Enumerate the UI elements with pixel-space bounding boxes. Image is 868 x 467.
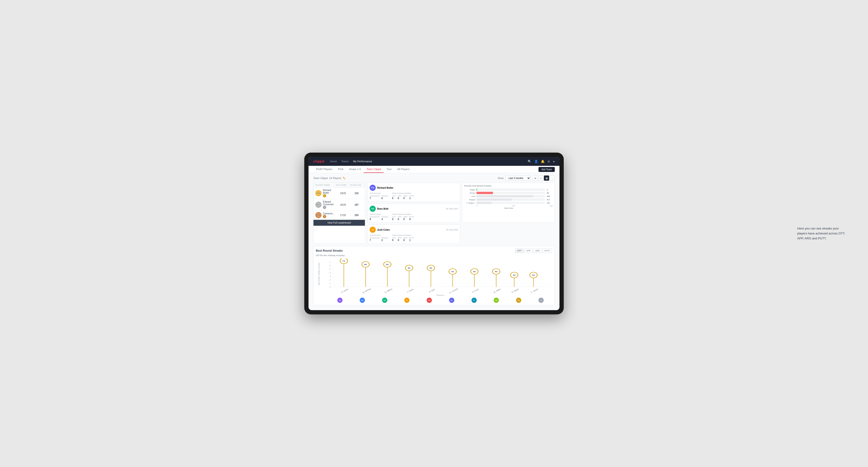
avatar-icon[interactable]: ●	[553, 160, 555, 163]
x-label-1: 200	[512, 205, 515, 207]
svg-text:6x: 6x	[386, 263, 389, 266]
bar-fill-2	[476, 195, 533, 197]
rounds-group-rees: Total Rounds Tournament 8 Practice 4	[370, 213, 388, 220]
card-view-button[interactable]: ▦	[544, 176, 549, 181]
pa-group-rees: Total Practice Activities OTT 0 APP 0	[392, 213, 414, 220]
player-avatar-6: DF	[471, 298, 477, 303]
period-select[interactable]: Last 3 months Last 6 months Last 12 mont…	[505, 176, 531, 181]
search-icon[interactable]: 🔍	[528, 160, 531, 163]
bar-value-0: 3	[547, 189, 553, 191]
streaks-tabs: OTT APP ARG PUTT	[515, 249, 552, 253]
bell-icon[interactable]: 🔔	[541, 160, 545, 163]
ott-v-rees: 0	[392, 218, 396, 220]
table-row[interactable]: CM Cameron... 3 17/20 103	[313, 211, 365, 220]
tab-pgat-players[interactable]: PGAT Players	[313, 166, 335, 173]
bar-row-2: Pars 499	[464, 195, 553, 197]
tab-hcaps[interactable]: Hcaps 1-5	[346, 166, 364, 173]
rank-badge-2: 2	[323, 206, 326, 209]
arg-v-josh: 0	[403, 239, 407, 242]
arg-l-josh: ARG	[403, 237, 407, 239]
tab-tour[interactable]: Tour	[384, 166, 394, 173]
avatar-richard: RB	[315, 190, 321, 196]
total-rounds-label-0: Total Rounds	[370, 192, 388, 194]
card-header-josh: JC Josh Coles 26 Aug 2023	[370, 227, 458, 233]
table-row[interactable]: RB Richard Butler 1 19/20 110	[313, 187, 365, 199]
rank-badge-3: 3	[323, 215, 326, 218]
card-avatar-josh: JC	[370, 227, 376, 233]
app-l-josh: APP	[398, 237, 401, 239]
add-team-button[interactable]: Add Team	[538, 167, 555, 172]
bar-row-3: Bogeys 311	[464, 198, 553, 201]
tournament-josh: Tournament 7	[370, 237, 379, 242]
main-content: Team Clippd 14 Players ✏️ Show Last 3 mo…	[309, 173, 559, 310]
arg-l-rees: ARG	[403, 216, 407, 218]
tab-pga[interactable]: PGA	[335, 166, 346, 173]
avatar-col-8: RB	[507, 298, 530, 303]
detail-view-button[interactable]: ↓	[550, 176, 555, 181]
tab-all-players[interactable]: All Players	[395, 166, 412, 173]
putt-l-josh: PUTT	[409, 237, 414, 239]
player-avatar-9: CQ	[538, 298, 544, 303]
arg-josh: ARG 0	[403, 237, 407, 242]
rounds-sub-josh: Tournament 7 Practice 2	[370, 237, 388, 242]
bar-label-4: D. Bogeys +	[464, 202, 475, 204]
svg-text:4: 4	[330, 272, 331, 274]
svg-text:5x: 5x	[430, 267, 433, 269]
edit-icon[interactable]: ✏️	[343, 177, 346, 180]
table-row[interactable]: EC Edward Crossman 2 18/20 107	[313, 199, 365, 211]
card-name-rees: RB Rees Britt	[370, 206, 388, 212]
avatar-col-7: MM	[485, 298, 507, 303]
card-player-name-0: Richard Butler	[377, 187, 394, 189]
avatar-col-9: CQ	[530, 298, 552, 303]
total-rounds-label-rees: Total Rounds	[370, 213, 388, 215]
svg-text:0: 0	[330, 286, 331, 288]
avatar-col-3: JC	[396, 298, 418, 303]
svg-text:E. Ebert: E. Ebert	[341, 288, 349, 293]
grid-view-button[interactable]: ⊞	[533, 176, 538, 181]
player-avatar-3: JC	[404, 298, 409, 303]
list-view-button[interactable]: ≡	[538, 176, 544, 181]
nav-teams[interactable]: Teams	[341, 160, 349, 163]
svg-text:1: 1	[330, 283, 331, 284]
card-date-rees: 02 Sep 2023	[446, 208, 458, 210]
stats-row-0: Total Rounds Tournament 7 Practice 6	[370, 192, 458, 199]
tab-team-clippd[interactable]: Team Clippd	[364, 166, 384, 173]
rounds-sub-0: Tournament 7 Practice 6	[370, 195, 388, 199]
ott-rees: OTT 0	[392, 216, 396, 220]
p-val-josh: 2	[381, 239, 388, 242]
app-0: APP 0	[398, 195, 401, 199]
player-1-avg: 110	[350, 192, 363, 195]
view-full-leaderboard-button[interactable]: View Full Leaderboard	[313, 220, 365, 226]
svg-text:4x: 4x	[451, 271, 454, 273]
p-label-rees: Practice	[381, 216, 388, 218]
nav-right: 🔍 👤 🔔 ⊕ ●	[528, 160, 555, 163]
user-icon[interactable]: 👤	[534, 160, 538, 163]
player-2-name: Edward Crossman	[323, 200, 336, 206]
player-3-score: 17/20	[336, 214, 350, 217]
plus-circle-icon[interactable]: ⊕	[548, 160, 550, 163]
total-rounds-label-josh: Total Rounds	[370, 234, 388, 236]
streak-tab-ott[interactable]: OTT	[515, 249, 524, 253]
bar-chart-inner: Eagles 3 Birdies	[464, 188, 553, 204]
svg-text:M. Miller: M. Miller	[493, 288, 501, 293]
streaks-header: Best Round Streaks OTT APP ARG PUTT	[316, 249, 552, 253]
ott-v-josh: 0	[392, 239, 396, 242]
card-name-josh: JC Josh Coles	[370, 227, 390, 233]
x-axis: 0 200 400	[464, 205, 553, 207]
player-2-avg: 107	[350, 204, 363, 206]
streak-tab-putt[interactable]: PUTT	[542, 249, 552, 253]
practice-josh: Practice 2	[381, 237, 388, 242]
card-player-name-rees: Rees Britt	[377, 208, 388, 210]
bar-fill-4	[476, 201, 492, 204]
card-header-0: RB Richard Butler	[370, 185, 458, 191]
nav-my-performance[interactable]: My Performance	[353, 160, 372, 163]
svg-text:5: 5	[330, 269, 331, 270]
tournament-label-0: Tournament	[370, 195, 379, 197]
nav-home[interactable]: Home	[330, 160, 337, 163]
streak-tab-app[interactable]: APP	[524, 249, 533, 253]
svg-text:3x: 3x	[513, 274, 516, 276]
player-avatar-4: RB	[427, 298, 432, 303]
app-logo: clippd	[313, 159, 324, 163]
bar-track-4	[476, 201, 545, 204]
streak-tab-arg[interactable]: ARG	[533, 249, 542, 253]
